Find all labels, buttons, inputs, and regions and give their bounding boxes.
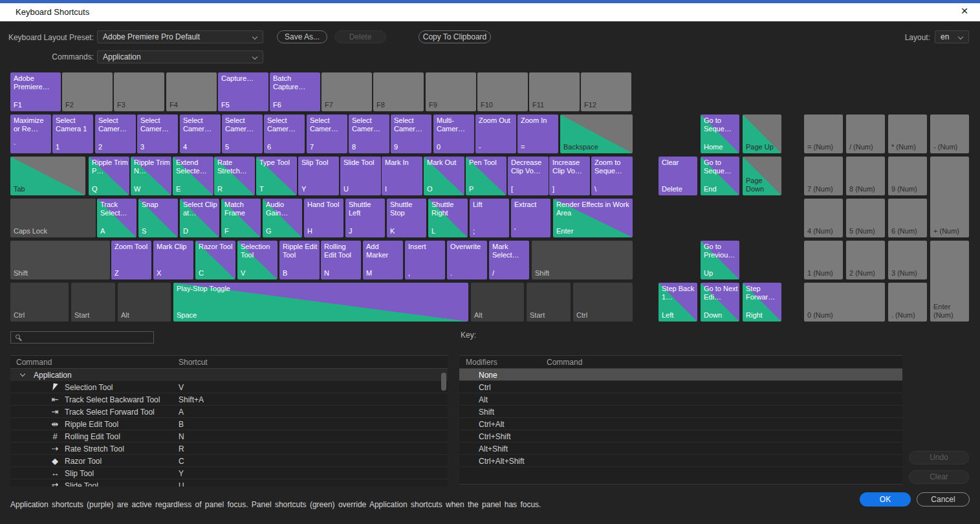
key-right[interactable]: Step Forwar…Right [743,283,781,322]
key-j[interactable]: Shuttle LeftJ [345,199,385,237]
key-page-down[interactable]: Page Down [743,157,781,195]
key-e[interactable]: Extend Selecte…E [173,157,213,195]
key-7[interactable]: Select Camer…7 [307,115,347,153]
modifier-row[interactable]: None [459,369,902,381]
key-2[interactable]: Select Camer…2 [95,115,136,153]
key-3-num[interactable]: 3 (Num) [888,241,927,279]
key-g[interactable]: Audio Gain…G [263,199,302,237]
ok-button[interactable]: OK [860,492,911,507]
key-a[interactable]: Track Select…A [97,199,136,237]
key-tab[interactable]: Tab [10,157,85,195]
key-sym-37[interactable]: Decrease Clip Vo…[ [508,157,549,195]
key-9-num[interactable]: 9 (Num) [888,157,927,195]
command-row[interactable]: ◆Razor ToolC [10,455,448,467]
key-sym-39[interactable]: Zoom to Seque…\ [591,157,633,195]
modifier-row[interactable]: Ctrl+Alt+Shift [459,455,902,467]
key-d[interactable]: Select Clip at…D [180,199,219,237]
key-u[interactable]: Slide ToolU [340,157,381,195]
key-4[interactable]: Select Camer…4 [180,115,221,153]
key-shift[interactable]: Shift [10,241,110,279]
key-alt[interactable]: Alt [471,283,524,322]
key-sym-51[interactable]: Extract' [511,199,550,237]
key-p[interactable]: Pen ToolP [466,157,506,195]
key-sym-38[interactable]: Increase Clip Vo…] [549,157,590,195]
key-f7[interactable]: F7 [321,72,372,111]
key-f12[interactable]: F12 [581,72,631,111]
key-sym-23[interactable]: Zoom Out- [475,115,516,153]
key-num[interactable]: = (Num) [804,115,843,153]
key-enter-num[interactable]: Enter (Num) [930,241,969,322]
command-row[interactable]: ⇄Slide ToolU [10,479,448,486]
key-n[interactable]: Rolling Edit ToolN [321,241,361,279]
key-9[interactable]: Select Camer…9 [391,115,431,153]
modifier-row[interactable]: Ctrl [459,381,902,393]
command-row[interactable]: ⇢Rate Stretch ToolR [10,442,448,455]
key-v[interactable]: Selection ToolV [237,241,278,279]
key-z[interactable]: Zoom ToolZ [111,241,151,279]
key-caps-lock[interactable]: Caps Lock [10,199,96,237]
key-shift[interactable]: Shift [532,241,633,279]
key-8-num[interactable]: 8 (Num) [846,157,885,195]
key-6-num[interactable]: 6 (Num) [888,199,927,237]
key-start[interactable]: Start [527,283,571,322]
modifier-row[interactable]: Alt+Shift [459,442,902,455]
command-row[interactable]: Selection ToolV [10,381,448,393]
key-y[interactable]: Slip ToolY [298,157,339,195]
key-o[interactable]: Mark OutO [424,157,464,195]
key-up[interactable]: Go to Previou…Up [701,241,739,279]
key-home[interactable]: Go to Seque…Home [701,115,739,153]
key-r[interactable]: Rate Stretch…R [214,157,255,195]
key-f6[interactable]: Batch Capture…F6 [270,72,320,111]
key-3[interactable]: Select Camer…3 [137,115,178,153]
key-4-num[interactable]: 4 (Num) [804,199,843,237]
key-f3[interactable]: F3 [114,72,164,111]
key-f9[interactable]: F9 [426,72,476,111]
search-input[interactable] [25,332,152,343]
key-5[interactable]: Select Camer…5 [222,115,263,153]
key-c[interactable]: Razor ToolC [195,241,235,279]
key-sym-63[interactable]: Mark Select…/ [489,241,529,279]
key-f2[interactable]: F2 [62,72,113,111]
command-group-row[interactable]: Application [10,369,448,381]
key-i[interactable]: Mark InI [382,157,422,195]
command-row[interactable]: ⇹Ripple Edit ToolB [10,418,448,430]
key-6[interactable]: Select Camer…6 [264,115,305,153]
key-f11[interactable]: F11 [529,72,580,111]
undo-button[interactable]: Undo [909,451,969,464]
key-k[interactable]: Shuttle StopK [387,199,426,237]
cancel-button[interactable]: Cancel [917,492,970,507]
modifier-row[interactable]: Shift [459,406,902,418]
key-num[interactable]: - (Num) [930,115,969,153]
modifier-row[interactable]: Ctrl+Alt [459,418,902,430]
modifier-row[interactable]: Alt [459,393,902,406]
key-delete[interactable]: ClearDelete [659,157,697,195]
key-5-num[interactable]: 5 (Num) [846,199,885,237]
key-sym-62[interactable]: Overwrite. [447,241,487,279]
key-f[interactable]: Match FrameF [221,199,261,237]
command-row[interactable]: ⇥Track Select Forward ToolA [10,406,448,418]
key-f10[interactable]: F10 [477,72,528,111]
clear-button[interactable]: Clear [909,470,969,484]
key-t[interactable]: Type ToolT [256,157,297,195]
key-num[interactable]: . (Num) [888,283,927,322]
key-w[interactable]: Ripple Trim N…W [131,157,171,195]
key-f8[interactable]: F8 [373,72,424,111]
key-num[interactable]: + (Num) [930,157,969,237]
command-row[interactable]: ⇤Track Select Backward ToolShift+A [10,393,448,406]
key-num[interactable]: / (Num) [846,115,885,153]
key-s[interactable]: SnapS [138,199,178,237]
key-alt[interactable]: Alt [118,283,171,322]
key-0-num[interactable]: 0 (Num) [804,283,885,322]
command-row[interactable]: ↔Slip ToolY [10,467,448,479]
key-page-up[interactable]: Page Up [743,115,781,153]
command-list-scrollbar[interactable] [441,373,446,391]
command-row[interactable]: #Rolling Edit ToolN [10,430,448,442]
key-num[interactable]: * (Num) [888,115,927,153]
key-f4[interactable]: F4 [166,72,217,111]
key-m[interactable]: Add MarkerM [363,241,403,279]
key-7-num[interactable]: 7 (Num) [804,157,843,195]
key-sym-61[interactable]: Insert, [405,241,445,279]
key-left[interactable]: Step Back 1…Left [659,283,697,322]
key-sym-24[interactable]: Zoom In= [517,115,558,153]
key-h[interactable]: Hand ToolH [304,199,343,237]
